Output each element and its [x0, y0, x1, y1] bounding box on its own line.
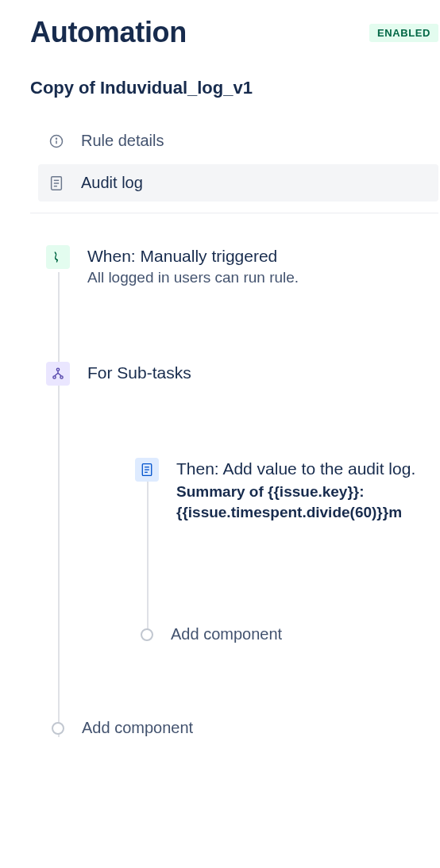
add-marker-icon — [141, 628, 153, 641]
add-component-inner-label: Add component — [171, 625, 282, 643]
divider — [30, 213, 438, 213]
svg-point-7 — [56, 368, 59, 371]
add-component-inner[interactable]: Add component — [135, 625, 438, 643]
branch-icon — [46, 362, 70, 386]
trigger-icon — [46, 245, 70, 269]
audit-log-icon — [48, 175, 65, 192]
add-marker-icon — [52, 722, 64, 735]
action-step[interactable]: Then: Add value to the audit log. Summar… — [135, 458, 438, 522]
nav-rule-details-label: Rule details — [81, 132, 164, 150]
page-title: Automation — [30, 16, 187, 49]
audit-action-icon — [135, 458, 159, 482]
svg-point-2 — [56, 138, 57, 139]
add-component-outer-label: Add component — [82, 719, 193, 737]
branch-title: For Sub-tasks — [87, 363, 438, 382]
nav-audit-log-label: Audit log — [81, 174, 143, 192]
trigger-step[interactable]: When: Manually triggered All logged in u… — [46, 245, 438, 286]
nav-audit-log[interactable]: Audit log — [38, 164, 438, 202]
svg-point-8 — [53, 376, 56, 378]
nav-rule-details[interactable]: Rule details — [38, 122, 438, 159]
svg-point-9 — [60, 376, 63, 378]
trigger-subtitle: All logged in users can run rule. — [87, 269, 438, 286]
add-component-outer[interactable]: Add component — [46, 719, 438, 737]
trigger-title: When: Manually triggered — [87, 247, 438, 266]
action-body: Summary of {{issue.key}}: {{issue.timesp… — [176, 482, 438, 522]
rule-name[interactable]: Copy of Induvidual_log_v1 — [30, 78, 438, 98]
info-icon — [48, 133, 65, 150]
status-badge: ENABLED — [369, 24, 438, 42]
branch-step[interactable]: For Sub-tasks Then: Add value to the aud… — [46, 362, 438, 643]
action-title: Then: Add value to the audit log. — [176, 459, 438, 478]
